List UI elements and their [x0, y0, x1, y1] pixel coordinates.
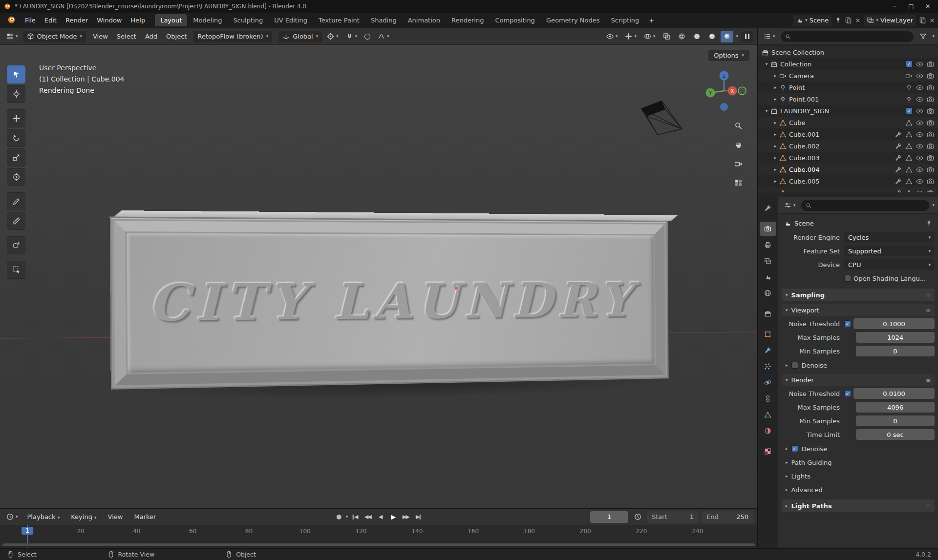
viewport-menu[interactable]: Object: [162, 31, 191, 42]
sampling-render-subpanel-header[interactable]: ▾ Render ≡: [782, 374, 935, 386]
workspace-tab[interactable]: Layout: [155, 14, 187, 26]
scene-selector[interactable]: ▾ Scene: [793, 15, 831, 26]
auto-keying-button[interactable]: [333, 511, 345, 523]
workspace-tab[interactable]: Compositing: [490, 14, 540, 26]
editor-type-button[interactable]: ▾: [4, 31, 21, 42]
pan-button[interactable]: [732, 138, 745, 151]
gizmos-toggle-button[interactable]: ▾: [622, 31, 639, 42]
delete-viewlayer-icon[interactable]: [929, 18, 935, 23]
particles-tab[interactable]: [760, 359, 776, 373]
sampling-viewport-subpanel-header[interactable]: ▾ Viewport ≡: [782, 304, 935, 316]
viewport-max-samples-field[interactable]: 1024: [856, 332, 935, 343]
outliner-row-camera[interactable]: ▸ Camera: [758, 70, 938, 82]
object-data-tab[interactable]: [760, 408, 776, 422]
scene-tab[interactable]: [760, 270, 776, 284]
lights-subpanel[interactable]: ▸ Lights: [782, 470, 935, 482]
retopoflow-menu[interactable]: RetopoFlow (broken) ▾: [193, 31, 272, 42]
viewport-menu[interactable]: Select: [112, 31, 141, 42]
render-noise-threshold-field[interactable]: 0.0100: [853, 388, 935, 399]
shading-dropdown-icon[interactable]: ▾: [736, 34, 738, 39]
add-cube-tool[interactable]: [7, 236, 25, 254]
previous-keyframe-button[interactable]: ◀◀: [362, 511, 373, 523]
outliner-search-input[interactable]: [781, 31, 914, 42]
minimize-button[interactable]: ─: [886, 0, 903, 12]
outliner-row-scene-collection[interactable]: Scene Collection: [758, 46, 938, 58]
measure-tool[interactable]: [7, 212, 25, 230]
tool-tab[interactable]: [760, 201, 776, 215]
keying-menu[interactable]: Keying ▾: [66, 511, 101, 522]
render-visibility-icon[interactable]: [927, 72, 934, 80]
outliner-row-cube-002[interactable]: ▸ Cube.002: [758, 140, 938, 152]
jump-to-end-button[interactable]: ▶: [412, 511, 424, 523]
menubar-menu[interactable]: Window: [92, 15, 126, 26]
render-visibility-icon[interactable]: [927, 61, 934, 68]
feature-set-select[interactable]: Supported ▾: [844, 246, 935, 256]
hide-eye-icon[interactable]: [916, 154, 923, 162]
outliner-row-cube-005[interactable]: ▸ Cube.005: [758, 175, 938, 187]
viewport-noise-threshold-checkbox[interactable]: ✓: [844, 320, 851, 327]
render-noise-threshold-checkbox[interactable]: ✓: [844, 390, 851, 397]
workspace-tab[interactable]: UV Editing: [269, 14, 313, 26]
texture-tab[interactable]: [760, 444, 776, 458]
viewport-denoise-subpanel[interactable]: ▸ Denoise: [782, 359, 935, 371]
outliner-row-cube-003[interactable]: ▸ Cube.003: [758, 152, 938, 164]
viewport-3d[interactable]: CITY LAUNDRY User Perspective (1) Collec…: [0, 45, 757, 508]
hide-eye-icon[interactable]: [916, 178, 923, 185]
timeline-scrollbar[interactable]: [2, 543, 755, 547]
mode-select[interactable]: Object Mode ▾: [23, 31, 86, 42]
preset-menu-icon[interactable]: ≡: [926, 307, 931, 314]
render-visibility-icon[interactable]: [927, 84, 934, 91]
menubar-menu[interactable]: Help: [127, 15, 150, 26]
transform-tool[interactable]: [7, 168, 25, 186]
add-workspace-button[interactable]: +: [645, 15, 658, 26]
path-guiding-subpanel[interactable]: ▸ Path Guiding: [782, 456, 935, 468]
collection-exclude-checkbox[interactable]: ✓: [906, 107, 913, 114]
hide-eye-icon[interactable]: [916, 131, 923, 138]
end-frame-field[interactable]: End 250: [702, 511, 753, 523]
proportional-falloff-button[interactable]: ▾: [375, 31, 392, 42]
current-frame-field[interactable]: 1: [590, 511, 628, 523]
timeline-ruler[interactable]: 20406080100120140160180200220240 1: [0, 525, 757, 548]
menubar-menu[interactable]: File: [21, 15, 40, 26]
expand-caret-icon[interactable]: ▸: [771, 179, 779, 184]
object-tab[interactable]: [760, 327, 776, 341]
properties-search-input[interactable]: [801, 200, 930, 211]
viewport-menu[interactable]: View: [88, 31, 112, 42]
render-visibility-icon[interactable]: [927, 178, 934, 185]
transform-orientation-select[interactable]: Global ▾: [278, 31, 322, 42]
proportional-editing-button[interactable]: [362, 31, 373, 42]
properties-options-dropdown[interactable]: ▾: [932, 203, 935, 207]
render-time-limit-field[interactable]: 0 sec: [856, 429, 935, 440]
shading-wireframe-button[interactable]: [675, 31, 688, 42]
play-reverse-button[interactable]: ◀: [374, 511, 386, 523]
render-visibility-icon[interactable]: [927, 96, 934, 103]
sampling-panel-header[interactable]: ▾ Sampling ≡: [782, 289, 935, 301]
expand-caret-icon[interactable]: ▸: [771, 167, 779, 172]
expand-caret-icon[interactable]: ▸: [771, 144, 779, 148]
cursor-tool[interactable]: [7, 85, 25, 103]
outliner-row-laundry-sign[interactable]: ▾ LAUNDRY_SIGN ✓: [758, 105, 938, 117]
outliner-row-cube-001[interactable]: ▸ Cube.001: [758, 128, 938, 140]
workspace-tab[interactable]: Animation: [403, 14, 446, 26]
camera-view-button[interactable]: [732, 157, 745, 170]
gizmo-minus-y-axis[interactable]: [738, 87, 746, 95]
outliner-filter-button[interactable]: [917, 31, 929, 42]
pivot-point-button[interactable]: ▾: [324, 31, 341, 42]
hide-eye-icon[interactable]: [916, 84, 923, 91]
shading-material-button[interactable]: [705, 31, 718, 42]
play-button[interactable]: ▶: [387, 511, 399, 523]
gizmo-minus-z-axis[interactable]: [720, 103, 728, 111]
outliner-row-point-001[interactable]: ▸ Point.001: [758, 93, 938, 105]
render-denoise-checkbox[interactable]: ✓: [791, 445, 798, 452]
render-engine-select[interactable]: Cycles ▾: [844, 232, 935, 243]
zoom-button[interactable]: [732, 119, 745, 132]
hide-eye-icon[interactable]: [916, 61, 923, 68]
next-keyframe-button[interactable]: ▶▶: [400, 511, 411, 523]
workspace-tab[interactable]: Rendering: [446, 14, 489, 26]
pause-render-button[interactable]: [741, 31, 753, 42]
osl-checkbox[interactable]: [844, 275, 851, 282]
hide-eye-icon[interactable]: [916, 107, 923, 115]
hide-eye-icon[interactable]: [916, 166, 923, 173]
collapse-caret-icon[interactable]: ▾: [763, 62, 770, 66]
render-visibility-icon[interactable]: [927, 154, 934, 162]
